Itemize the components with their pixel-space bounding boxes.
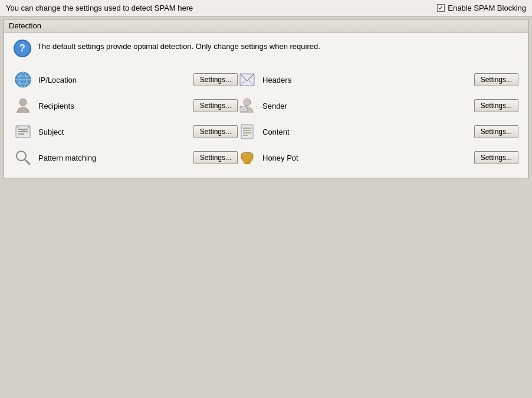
pattern-matching-icon [14,148,32,167]
ip-location-icon [14,70,32,89]
recipients-settings-btn[interactable]: Settings... [193,99,238,112]
recipients-icon [14,96,32,115]
top-bar: You can change the settings used to dete… [0,0,532,17]
subject-icon [14,122,32,141]
left-col-3: Subject Settings... [14,122,238,141]
pattern-matching-settings-btn[interactable]: Settings... [193,151,238,164]
ip-location-settings-btn[interactable]: Settings... [193,73,238,86]
sender-label: Sender [262,102,468,110]
grid-row-4: Pattern matching Settings... Honey Pot [14,145,518,171]
grid-row-1: IP/Location Settings... Headers Settings… [14,67,518,93]
svg-point-9 [244,99,251,106]
svg-point-24 [243,154,247,155]
sender-icon [238,96,257,115]
recipients-label: Recipients [38,102,188,110]
content-settings-btn[interactable]: Settings... [474,125,518,138]
subject-settings-btn[interactable]: Settings... [193,125,238,138]
left-col-4: Pattern matching Settings... [14,148,238,167]
svg-rect-15 [241,125,253,139]
info-icon: ? [14,40,31,57]
info-row: ? The default settings provide optimal d… [14,40,518,57]
sender-settings-btn[interactable]: Settings... [474,99,518,112]
left-col-1: IP/Location Settings... [14,70,238,89]
detection-panel: Detection ? The default settings provide… [4,19,528,178]
headers-settings-btn[interactable]: Settings... [474,73,518,86]
svg-point-23 [244,162,251,164]
right-col-2: Sender Settings... [238,96,518,115]
enable-spam-label: Enable SPAM Blocking [448,4,526,12]
svg-point-8 [19,99,27,106]
honey-pot-icon [238,148,257,167]
left-col-2: Recipients Settings... [14,96,238,115]
content-label: Content [262,128,468,136]
enable-spam-container: ✓ Enable SPAM Blocking [437,4,526,12]
detection-body: ? The default settings provide optimal d… [4,32,528,178]
honey-pot-label: Honey Pot [262,154,468,162]
honey-pot-settings-btn[interactable]: Settings... [474,151,518,164]
right-col-1: Headers Settings... [238,70,518,89]
svg-line-21 [25,159,29,164]
grid-row-2: Recipients Settings... Sender Settings..… [14,93,518,119]
description-text: You can change the settings used to dete… [6,4,193,12]
info-text: The default settings provide optimal det… [37,40,320,51]
grid-row-3: Subject Settings... Content Settings... [14,119,518,145]
right-col-4: Honey Pot Settings... [238,148,518,167]
enable-spam-checkbox[interactable]: ✓ [437,4,445,12]
subject-label: Subject [38,128,188,136]
content-icon [238,122,257,141]
pattern-matching-label: Pattern matching [38,154,188,162]
headers-label: Headers [262,76,468,84]
right-col-3: Content Settings... [238,122,518,141]
detection-title: Detection [4,19,528,32]
headers-icon [238,70,257,89]
ip-location-label: IP/Location [38,76,188,84]
